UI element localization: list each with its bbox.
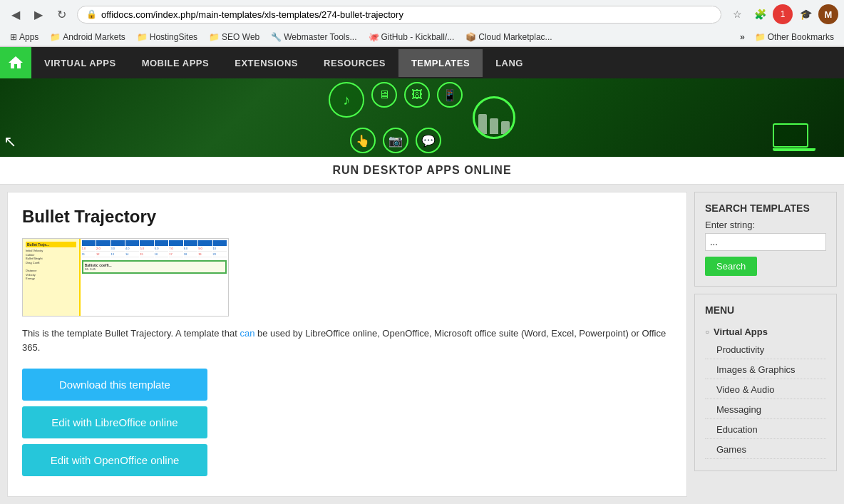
extensions-puzzle-button[interactable]: 🧩 [750, 4, 770, 24]
forward-button[interactable]: ▶ [29, 4, 48, 24]
home-button[interactable] [0, 47, 31, 78]
description-highlight: can [240, 328, 254, 339]
extension-hat-button[interactable]: 🎓 [796, 4, 815, 24]
menu-virtual-apps[interactable]: Virtual Apps [705, 323, 826, 341]
bookmark-apps-label: Apps [19, 32, 38, 42]
menu-productivity[interactable]: Productivity [705, 341, 826, 359]
bookmark-hosting[interactable]: 📁 HostingSites [133, 31, 202, 43]
bookmark-cloud-label: Cloud Marketplac... [478, 32, 552, 42]
home-icon [7, 54, 24, 71]
music-hero-icon: ♪ [329, 82, 364, 118]
apps-icon: ⊞ [10, 32, 17, 42]
nav-mobile-apps[interactable]: MOBILE APPS [129, 49, 222, 77]
menu-games[interactable]: Games [705, 441, 826, 459]
main-layout: Bullet Trajectory Bullet Traje... Initia… [0, 185, 844, 504]
edit-open-button[interactable]: Edit with OpenOffice online [22, 444, 207, 476]
bookmark-apps[interactable]: ⊞ Apps [6, 31, 43, 43]
bookmark-webmaster-label: Webmaster Tools... [284, 32, 356, 42]
folder-icon-2: 📁 [137, 32, 148, 42]
search-label: Enter string: [705, 220, 826, 230]
bookmark-star-button[interactable]: ☆ [727, 4, 747, 24]
laptop-hero-icon [773, 123, 815, 151]
touch-hero-icon: 👆 [350, 128, 376, 153]
back-button[interactable]: ◀ [6, 4, 26, 24]
menu-title: MENU [705, 304, 826, 316]
other-folder-icon: 📁 [755, 32, 766, 42]
folder-icon: 📁 [50, 32, 61, 42]
github-icon: 🐙 [369, 32, 379, 42]
template-preview: Bullet Traje... Initial VelocityCaliberB… [22, 238, 229, 317]
nav-extensions[interactable]: EXTENSIONS [222, 49, 311, 77]
bookmarks-bar: ⊞ Apps 📁 Android Markets 📁 HostingSites … [0, 29, 844, 46]
page-subtitle: RUN DESKTOP APPS ONLINE [0, 157, 844, 185]
address-bar[interactable]: 🔒 offidocs.com/index.php/main-templates/… [77, 6, 721, 24]
sidebar: SEARCH TEMPLATES Enter string: Search ME… [694, 192, 837, 497]
search-input[interactable] [705, 233, 826, 251]
tools-icon: 🔧 [271, 32, 282, 42]
nav-virtual-apps[interactable]: VIRTUAL APPS [31, 49, 129, 77]
mobile-hero-icon: 📱 [437, 82, 463, 108]
cloud-icon: 📦 [465, 32, 476, 42]
url-text: offidocs.com/index.php/main-templates/xl… [101, 9, 712, 20]
search-templates-box: SEARCH TEMPLATES Enter string: Search [694, 192, 837, 287]
bookmark-seo-label: SEO Web [222, 32, 259, 42]
bookmark-cloud[interactable]: 📦 Cloud Marketplac... [461, 31, 556, 43]
menu-education[interactable]: Education [705, 421, 826, 439]
nav-items: VIRTUAL APPS MOBILE APPS EXTENSIONS RESO… [31, 49, 536, 77]
nav-resources[interactable]: RESOURCES [311, 49, 398, 77]
bookmark-other[interactable]: 📁 Other Bookmarks [751, 31, 838, 43]
menu-video-audio[interactable]: Video & Audio [705, 381, 826, 399]
download-button[interactable]: Download this template [22, 369, 207, 401]
extension-badge-button[interactable]: 1 [773, 4, 793, 24]
site-nav: VIRTUAL APPS MOBILE APPS EXTENSIONS RESO… [0, 47, 844, 78]
browser-toolbar: ◀ ▶ ↻ 🔒 offidocs.com/index.php/main-temp… [0, 0, 844, 29]
photo-hero-icon: 🖼 [404, 82, 430, 108]
page-title: Bullet Trajectory [22, 207, 672, 227]
nav-templates[interactable]: TEMPLATES [398, 49, 483, 77]
url-display: offidocs.com/index.php/main-templates/xl… [101, 9, 403, 20]
search-button[interactable]: Search [705, 257, 757, 276]
bookmark-webmaster[interactable]: 🔧 Webmaster Tools... [267, 31, 361, 43]
chat-hero-icon: 💬 [416, 128, 441, 153]
bookmark-github[interactable]: 🐙 GitHub - Kickball/... [364, 31, 459, 43]
menu-images-graphics[interactable]: Images & Graphics [705, 361, 826, 379]
browser-chrome: ◀ ▶ ↻ 🔒 offidocs.com/index.php/main-temp… [0, 0, 844, 47]
browser-actions: ☆ 🧩 1 🎓 M [727, 4, 838, 24]
search-templates-title: SEARCH TEMPLATES [705, 202, 826, 214]
nav-lang[interactable]: LANG [483, 49, 536, 77]
nav-buttons: ◀ ▶ ↻ [6, 4, 71, 24]
lock-icon: 🔒 [86, 9, 97, 19]
bookmark-android-label: Android Markets [63, 32, 125, 42]
edit-libre-button[interactable]: Edit with LibreOffice online [22, 406, 207, 438]
description-before: This is the template Bullet Trajectory. … [22, 328, 240, 339]
camera-hero-icon: 📷 [383, 128, 408, 153]
site-header: VIRTUAL APPS MOBILE APPS EXTENSIONS RESO… [0, 47, 844, 157]
content-area: Bullet Trajectory Bullet Traje... Initia… [7, 192, 687, 497]
sidebar-menu: MENU Virtual Apps Productivity Images & … [694, 294, 837, 471]
bookmark-github-label: GitHub - Kickball/... [381, 32, 455, 42]
profile-button[interactable]: M [818, 4, 838, 24]
bookmark-hosting-label: HostingSites [150, 32, 197, 42]
bookmark-other-label: Other Bookmarks [768, 32, 834, 42]
refresh-button[interactable]: ↻ [51, 4, 71, 24]
menu-messaging[interactable]: Messaging [705, 401, 826, 419]
description-text: This is the template Bullet Trajectory. … [22, 326, 672, 354]
cursor-icon: ↖ [4, 133, 16, 151]
hero-banner: ↖ ♪ 🖥 🖼 📱 👆 📷 💬 [0, 78, 844, 157]
more-bookmarks-button[interactable]: » [737, 31, 748, 43]
folder-icon-3: 📁 [209, 32, 220, 42]
bookmark-seo[interactable]: 📁 SEO Web [205, 31, 264, 43]
bookmark-android[interactable]: 📁 Android Markets [46, 31, 129, 43]
monitor-hero-icon: 🖥 [371, 82, 397, 108]
